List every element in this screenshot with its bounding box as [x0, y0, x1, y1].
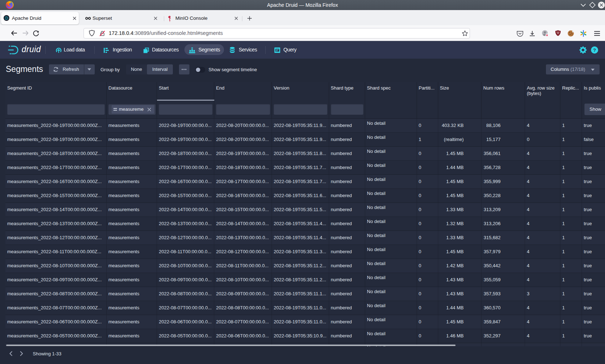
- svg-text:?: ?: [593, 47, 596, 53]
